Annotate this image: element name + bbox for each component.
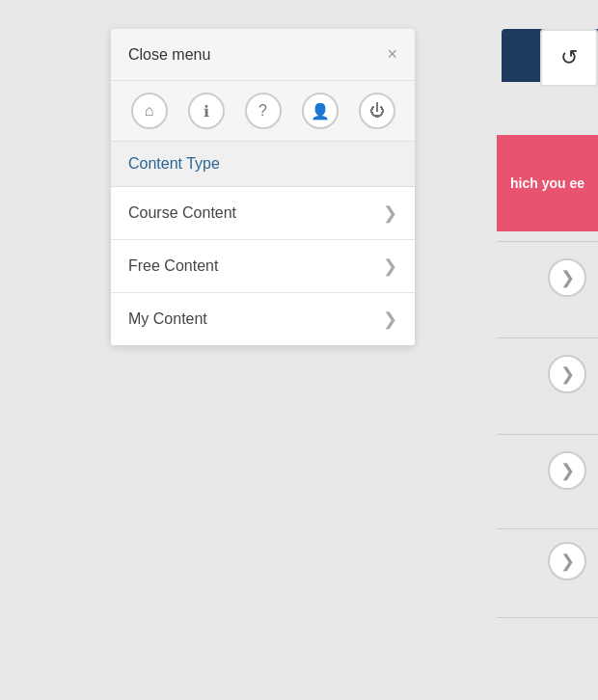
user-icon: 👤 <box>311 102 330 121</box>
free-content-arrow-icon: ❯ <box>383 256 397 277</box>
menu-item-free-content[interactable]: Free Content ❯ <box>111 240 415 293</box>
free-content-label: Free Content <box>128 257 218 275</box>
red-card-text: hich you ee <box>510 175 584 192</box>
my-content-label: My Content <box>128 310 207 328</box>
divider-4 <box>497 528 598 529</box>
arrow-button-3[interactable]: ❯ <box>548 451 586 490</box>
help-icon: ? <box>258 102 267 120</box>
content-type-header: Content Type <box>111 142 415 187</box>
course-content-arrow-icon: ❯ <box>383 202 397 224</box>
back-button[interactable]: ↺ <box>540 29 598 87</box>
nav-icon-row: ⌂ ℹ ? 👤 ⏻ <box>111 81 415 142</box>
close-menu-button[interactable]: × <box>387 44 397 65</box>
info-nav-button[interactable]: ℹ <box>188 93 225 129</box>
menu-panel: Close menu × ⌂ ℹ ? 👤 ⏻ Content Type <box>111 29 415 345</box>
arrow-right-icon-1: ❯ <box>560 267 575 288</box>
menu-item-my-content[interactable]: My Content ❯ <box>111 293 415 345</box>
home-icon: ⌂ <box>145 102 154 120</box>
red-content-card: hich you ee <box>497 135 598 231</box>
arrow-button-4[interactable]: ❯ <box>548 542 586 580</box>
arrow-button-1[interactable]: ❯ <box>548 258 586 297</box>
power-icon: ⏻ <box>369 102 385 120</box>
arrow-right-icon-4: ❯ <box>560 551 575 572</box>
menu-item-course-content[interactable]: Course Content ❯ <box>111 187 415 240</box>
my-content-arrow-icon: ❯ <box>383 309 397 330</box>
close-menu-row: Close menu × <box>111 29 415 81</box>
divider-3 <box>497 434 598 435</box>
course-content-label: Course Content <box>128 204 236 222</box>
user-nav-button[interactable]: 👤 <box>302 93 339 129</box>
arrow-right-icon-2: ❯ <box>560 363 575 385</box>
power-nav-button[interactable]: ⏻ <box>359 93 395 129</box>
divider-2 <box>497 337 598 338</box>
help-nav-button[interactable]: ? <box>245 93 282 129</box>
arrow-button-2[interactable]: ❯ <box>548 355 586 393</box>
divider-1 <box>497 241 598 242</box>
back-arrow-icon: ↺ <box>560 45 578 70</box>
content-type-label: Content Type <box>128 155 220 172</box>
page-container: ↺ hich you ee ❯ ❯ ❯ ❯ Close menu × ⌂ <box>0 0 598 700</box>
home-nav-button[interactable]: ⌂ <box>131 93 168 129</box>
arrow-right-icon-3: ❯ <box>560 460 575 481</box>
close-menu-label: Close menu <box>128 46 210 64</box>
info-icon: ℹ <box>204 102 209 121</box>
divider-5 <box>497 617 598 618</box>
